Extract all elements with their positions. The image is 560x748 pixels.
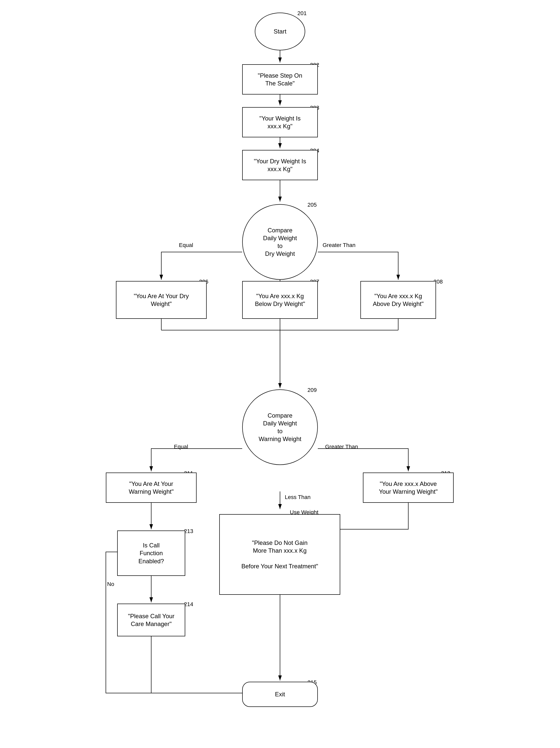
node-205: Compare Daily Weight to Dry Weight <box>242 204 318 280</box>
edge-label-greater-205: Greater Than <box>323 242 355 249</box>
node-207: "You Are xxx.x Kg Below Dry Weight" <box>242 281 318 319</box>
node-210-label: "Please Do Not Gain More Than xxx.x Kg B… <box>241 539 318 570</box>
node-212-label: "You Are xxx.x Above Your Warning Weight… <box>379 480 438 495</box>
node-204-label: "Your Dry Weight Is xxx.x Kg" <box>254 157 306 173</box>
ref-213: 213 <box>184 528 193 535</box>
node-203-label: "Your Weight Is xxx.x Kg" <box>259 114 300 130</box>
exit-node: Exit <box>242 682 318 707</box>
node-202: "Please Step On The Scale" <box>242 64 318 94</box>
node-206-label: "You Are At Your Dry Weight" <box>134 292 189 308</box>
edge-label-no-213: No <box>107 581 114 587</box>
node-209: Compare Daily Weight to Warning Weight <box>242 389 318 465</box>
edge-label-equal-205: Equal <box>179 242 193 249</box>
edge-label-equal-209: Equal <box>174 444 188 450</box>
start-node: Start <box>255 13 305 50</box>
flowchart: 201 Start 202 "Please Step On The Scale"… <box>0 0 560 748</box>
node-208-label: "You Are xxx.x Kg Above Dry Weight" <box>373 292 424 308</box>
node-211-label: "You Are At Your Warning Weight" <box>129 480 173 495</box>
edge-label-less-209: Less Than <box>285 494 310 500</box>
node-206: "You Are At Your Dry Weight" <box>116 281 207 319</box>
node-208: "You Are xxx.x Kg Above Dry Weight" <box>360 281 436 319</box>
node-202-label: "Please Step On The Scale" <box>258 72 302 87</box>
ref-201: 201 <box>297 10 307 17</box>
node-207-label: "You Are xxx.x Kg Below Dry Weight" <box>255 292 305 308</box>
exit-label: Exit <box>275 690 285 698</box>
node-205-label: Compare Daily Weight to Dry Weight <box>263 226 297 258</box>
node-211: "You Are At Your Warning Weight" <box>106 472 196 503</box>
node-209-label: Compare Daily Weight to Warning Weight <box>259 412 301 443</box>
ref-214: 214 <box>184 601 193 608</box>
node-210: "Please Do Not Gain More Than xxx.x Kg B… <box>219 514 340 595</box>
node-204: "Your Dry Weight Is xxx.x Kg" <box>242 150 318 180</box>
node-203: "Your Weight Is xxx.x Kg" <box>242 107 318 137</box>
node-213: Is Call Function Enabled? <box>117 531 185 576</box>
node-213-label: Is Call Function Enabled? <box>138 541 164 565</box>
start-label: Start <box>274 27 286 35</box>
node-214-label: "Please Call Your Care Manager" <box>128 612 174 628</box>
edge-label-greater-209: Greater Than <box>325 444 358 450</box>
ref-209: 209 <box>307 387 317 393</box>
ref-205: 205 <box>307 202 317 208</box>
node-214: "Please Call Your Care Manager" <box>117 604 185 636</box>
node-212: "You Are xxx.x Above Your Warning Weight… <box>363 472 453 503</box>
